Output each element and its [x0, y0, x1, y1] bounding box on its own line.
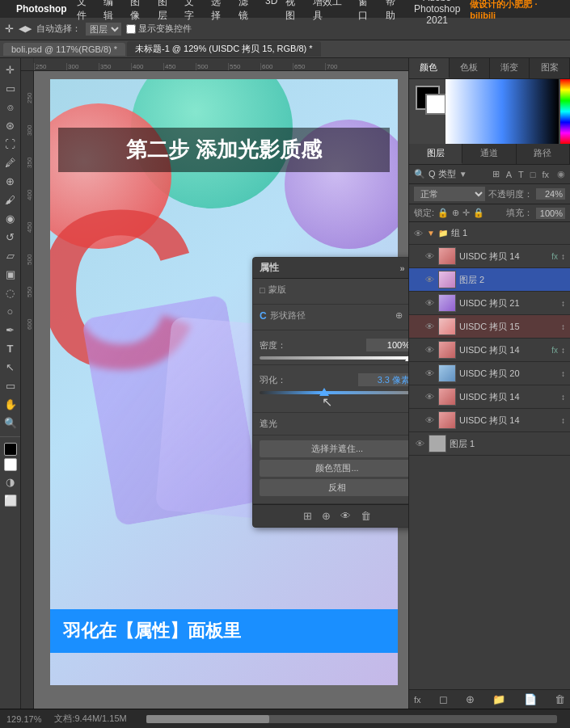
feather-input[interactable] — [358, 373, 408, 386]
menu-edit[interactable]: 编辑 — [103, 0, 122, 23]
layer-item-3[interactable]: 👁 UISDC 拷贝 21 ↕ — [409, 292, 570, 315]
path-select-tool[interactable]: ↖ — [2, 359, 19, 375]
foreground-color[interactable] — [4, 443, 17, 456]
layer-item-2[interactable]: 👁 图层 2 — [409, 268, 570, 292]
eyedropper-tool[interactable]: 🖉 — [2, 154, 19, 170]
shape-icon1[interactable]: ⊕ — [395, 310, 403, 321]
layer-item-7[interactable]: 👁 UISDC 拷贝 14 ↕ — [409, 385, 570, 409]
add-mask-button[interactable]: ◻ — [439, 693, 448, 705]
menu-text[interactable]: 文字 — [184, 0, 203, 23]
tab-color[interactable]: 颜色 — [409, 58, 450, 78]
fx-button[interactable]: fx — [414, 695, 421, 705]
density-slider[interactable] — [260, 356, 408, 360]
clone-stamp-tool[interactable]: ◉ — [2, 210, 19, 226]
color-gradient[interactable] — [445, 79, 559, 144]
panel-bottom-icon-add[interactable]: ⊕ — [322, 510, 331, 522]
fill-input[interactable] — [536, 208, 565, 219]
layer-item-8[interactable]: 👁 UISDC 拷贝 14 ↕ — [409, 409, 570, 432]
layer-item-1[interactable]: 👁 UISDC 拷贝 14 fx ↕ — [409, 245, 570, 268]
select-rect-tool[interactable]: ▭ — [2, 80, 19, 96]
panel-bottom-icon-grid[interactable]: ⊞ — [303, 510, 312, 522]
lock-icon-1[interactable]: 🔒 — [437, 208, 449, 218]
density-input[interactable] — [366, 339, 408, 351]
blur-tool[interactable]: ◌ — [2, 284, 19, 301]
layer-item-9[interactable]: 👁 图层 1 — [409, 432, 570, 456]
hand-tool[interactable]: ✋ — [2, 396, 19, 412]
menu-layer[interactable]: 图层 — [158, 0, 176, 23]
zoom-tool[interactable]: 🔍 — [2, 414, 19, 431]
eye-icon-1[interactable]: 👁 — [424, 251, 435, 261]
menu-select[interactable]: 选择 — [211, 0, 230, 23]
menu-image[interactable]: 图像 — [130, 0, 149, 23]
quick-select-tool[interactable]: ⊛ — [2, 117, 19, 133]
invert-btn[interactable]: 反相 — [260, 479, 408, 496]
menu-file[interactable]: 文件 — [77, 0, 95, 23]
color-range-btn[interactable]: 颜色范围... — [260, 460, 408, 477]
tab-pattern[interactable]: 图案 — [530, 58, 570, 78]
lasso-tool[interactable]: ⌾ — [2, 99, 19, 115]
background-color[interactable] — [4, 458, 17, 471]
filter-icon-group[interactable]: ⊞ — [492, 169, 500, 179]
tab-layers[interactable]: 图层 — [409, 144, 462, 164]
eye-icon-5[interactable]: 👁 — [424, 345, 435, 355]
filter-icon-fx[interactable]: fx — [542, 170, 549, 179]
hue-slider[interactable] — [560, 79, 570, 144]
delete-layer-button[interactable]: 🗑 — [555, 693, 565, 705]
layer-item-6[interactable]: 👁 UISDC 拷贝 20 ↕ — [409, 362, 570, 385]
background-swatch[interactable] — [425, 94, 446, 115]
crop-tool[interactable]: ⛶ — [2, 136, 19, 152]
filter-dropdown-arrow[interactable]: ▼ — [459, 170, 467, 179]
quick-mask-icon[interactable]: ◑ — [2, 473, 19, 490]
tab-boli[interactable]: boli.psd @ 117%(RGB/8) * — [3, 43, 125, 56]
screen-mode-icon[interactable]: ⬜ — [2, 492, 19, 508]
text-tool[interactable]: T — [2, 340, 19, 356]
move-tool[interactable]: ✛ — [2, 61, 19, 78]
panel-bottom-icon-trash[interactable]: 🗑 — [361, 510, 371, 522]
show-transform-checkbox[interactable] — [126, 24, 136, 34]
lock-icon-3[interactable]: ✛ — [462, 208, 470, 218]
auto-select-dropdown[interactable]: 图层 组 — [86, 23, 121, 36]
eye-icon-9[interactable]: 👁 — [414, 439, 425, 448]
dodge-tool[interactable]: ○ — [2, 303, 19, 319]
lock-icon-2[interactable]: ⊕ — [452, 208, 459, 218]
eye-icon-2[interactable]: 👁 — [424, 275, 435, 284]
menu-view[interactable]: 视图 — [285, 0, 304, 23]
group-arrow[interactable]: ▼ — [427, 229, 435, 238]
filter-icon-a[interactable]: A — [506, 170, 512, 179]
menu-window[interactable]: 窗口 — [358, 0, 377, 23]
eye-icon-4[interactable]: 👁 — [424, 322, 435, 331]
arrow-icon[interactable]: ◀▶ — [19, 23, 32, 34]
eye-icon-0[interactable]: 👁 — [412, 229, 424, 238]
eraser-tool[interactable]: ▱ — [2, 247, 19, 263]
layer-item-4[interactable]: 👁 UISDC 拷贝 15 ↕ — [409, 315, 570, 339]
shape-tool[interactable]: ▭ — [2, 377, 19, 393]
move-tool-icon[interactable]: ✛ — [5, 23, 14, 35]
gradient-tool[interactable]: ▣ — [2, 266, 19, 282]
tab-gradient[interactable]: 渐变 — [490, 58, 530, 78]
healing-tool[interactable]: ⊕ — [2, 173, 19, 189]
tab-channels[interactable]: 通道 — [462, 144, 516, 164]
new-layer-button[interactable]: 📄 — [524, 693, 537, 705]
select-mask-btn[interactable]: 选择并遮住... — [260, 440, 408, 457]
tab-untitled[interactable]: 未标题-1 @ 129% (UISDC 拷贝 15, RGB/8) * — [127, 41, 321, 57]
layer-item-5[interactable]: 👁 UISDC 拷贝 14 fx ↕ — [409, 339, 570, 362]
lock-icon-4[interactable]: 🔒 — [473, 208, 484, 218]
tab-paths[interactable]: 路径 — [517, 144, 570, 164]
filter-toggle[interactable]: ◉ — [557, 169, 565, 179]
opacity-input[interactable] — [536, 188, 565, 200]
history-brush-tool[interactable]: ↺ — [2, 229, 19, 245]
pen-tool[interactable]: ✒ — [2, 322, 19, 338]
blend-mode-select[interactable]: 正常 溶解 变暗 — [414, 187, 485, 201]
brush-tool[interactable]: 🖌 — [2, 191, 19, 208]
eye-icon-8[interactable]: 👁 — [424, 415, 435, 425]
filter-icon-t[interactable]: T — [518, 170, 524, 179]
expand-icon[interactable]: » — [399, 263, 404, 273]
layer-group-1[interactable]: 👁 ▼ 📁 组 1 — [409, 222, 570, 245]
menu-help[interactable]: 帮助 — [386, 0, 404, 23]
eye-icon-7[interactable]: 👁 — [424, 392, 435, 402]
adjustment-button[interactable]: ⊕ — [466, 693, 475, 705]
tab-swatches[interactable]: 色板 — [450, 58, 490, 78]
filter-icon-shape[interactable]: □ — [530, 170, 536, 179]
menu-filter[interactable]: 滤镜 — [239, 0, 257, 23]
group-button[interactable]: 📁 — [492, 693, 505, 705]
